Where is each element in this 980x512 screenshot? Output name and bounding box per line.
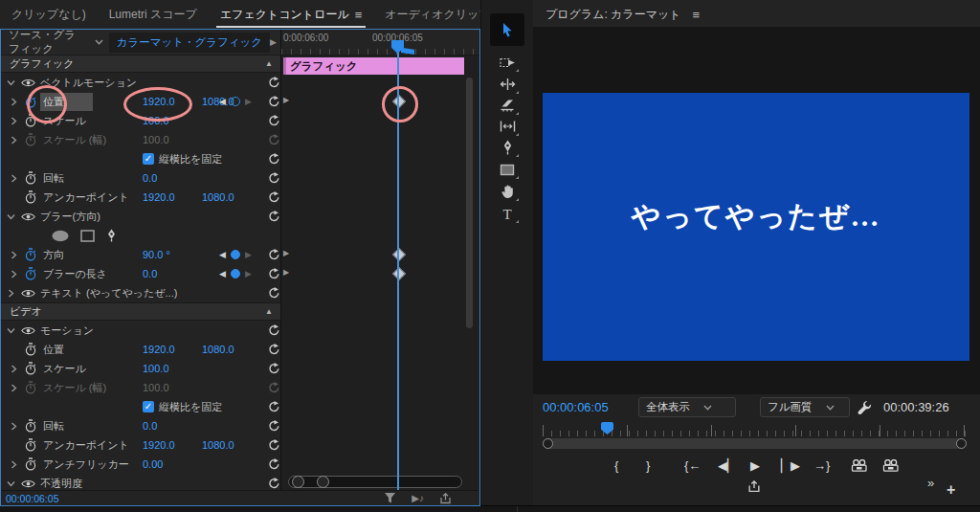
stopwatch-icon[interactable]	[22, 171, 39, 185]
chevron-right-icon[interactable]	[9, 136, 19, 145]
chevron-right-icon[interactable]	[9, 251, 19, 259]
export-frame-button[interactable]	[851, 456, 868, 475]
reset-icon[interactable]	[268, 401, 280, 412]
program-current-timecode[interactable]: 00:00:06:05	[543, 400, 609, 414]
hand-tool[interactable]	[495, 181, 520, 202]
chevron-right-icon[interactable]	[9, 270, 19, 278]
play-audio-icon[interactable]: ▶♪	[412, 493, 424, 503]
type-tool[interactable]: T	[495, 203, 520, 224]
playback-quality-select[interactable]: フル画質	[760, 397, 850, 417]
value-field[interactable]: 100.0	[143, 134, 202, 145]
prev-keyframe-icon[interactable]: ◀	[219, 251, 226, 259]
rect-shape-icon[interactable]	[80, 230, 95, 242]
prev-keyframe-icon[interactable]: ◀	[219, 98, 226, 106]
reset-icon[interactable]	[268, 191, 280, 203]
button-editor-add-icon[interactable]: +	[947, 481, 955, 499]
panel-menu-icon[interactable]: ≡	[692, 8, 700, 22]
step-forward-button[interactable]: ▏▶	[781, 456, 800, 475]
reset-icon[interactable]	[268, 344, 280, 355]
timeline-zoom-scrollbar[interactable]	[288, 476, 462, 488]
compare-view-button[interactable]	[882, 456, 900, 475]
mark-out-button[interactable]: }	[646, 456, 650, 475]
add-keyframe-icon[interactable]	[231, 269, 240, 278]
value-field[interactable]: 90.0 °	[143, 249, 202, 260]
export-icon[interactable]	[439, 493, 452, 504]
keyframe-diamond[interactable]	[392, 95, 406, 108]
value-field[interactable]: 1920.0	[143, 96, 202, 107]
reset-icon[interactable]	[268, 382, 280, 393]
chevron-right-icon[interactable]	[9, 384, 19, 392]
keyframe-diamond[interactable]	[392, 267, 406, 280]
zoom-handle-left[interactable]	[543, 438, 553, 449]
go-to-in-button[interactable]: {←	[684, 456, 701, 475]
value-field[interactable]: 1920.0	[143, 439, 202, 451]
tab-effect-controls[interactable]: エフェクトコントロール≡	[209, 1, 373, 29]
keyframe-diamond[interactable]	[392, 248, 406, 261]
chevron-down-icon[interactable]	[6, 480, 16, 487]
tab-panel[interactable]: クリップなし)	[0, 1, 98, 29]
keyframe-timeline-ruler[interactable]: 0:00:06:00 00:00:06:05	[281, 30, 479, 56]
value-field[interactable]: 1080.0	[202, 191, 261, 203]
value-field[interactable]: 1080.0	[202, 439, 261, 451]
stopwatch-icon[interactable]	[22, 267, 39, 280]
selection-tool[interactable]	[490, 13, 524, 46]
chevron-right-icon[interactable]	[9, 98, 19, 106]
value-field[interactable]: 100.0	[143, 363, 202, 374]
stopwatch-icon[interactable]	[22, 362, 39, 375]
stopwatch-icon[interactable]	[22, 381, 39, 394]
zoom-handle-right[interactable]	[317, 476, 329, 488]
mark-in-button[interactable]: {	[614, 456, 618, 475]
step-back-button[interactable]: ◀▏	[718, 456, 737, 475]
reset-icon[interactable]	[268, 420, 280, 432]
chevron-right-icon[interactable]	[9, 365, 19, 373]
uniform-scale-checkbox[interactable]: ✓	[143, 153, 154, 165]
uniform-scale-checkbox[interactable]: ✓	[143, 401, 154, 412]
zoom-level-select[interactable]: 全体表示	[638, 397, 736, 417]
current-timecode[interactable]: 00:00:06:05	[6, 493, 58, 504]
add-keyframe-icon[interactable]	[231, 97, 240, 106]
reset-icon[interactable]	[268, 134, 280, 145]
stopwatch-icon[interactable]	[22, 248, 39, 261]
zoom-handle-right[interactable]	[956, 438, 967, 449]
tab-panel[interactable]: Lumetri スコープ	[98, 1, 209, 29]
reset-icon[interactable]	[268, 115, 280, 126]
chevron-right-icon[interactable]	[6, 289, 16, 298]
go-to-out-button[interactable]: →}	[813, 456, 830, 475]
value-field[interactable]: 0.0	[143, 172, 202, 184]
chevron-down-icon[interactable]	[6, 327, 16, 334]
collapse-icon[interactable]: ▲	[265, 307, 273, 316]
graphic-clip-segment[interactable]: グラフィック	[283, 57, 464, 75]
filter-funnel-icon[interactable]	[385, 493, 396, 503]
next-keyframe-icon[interactable]: ▶	[245, 98, 252, 106]
stopwatch-icon[interactable]	[22, 438, 39, 452]
pen-tool[interactable]	[495, 137, 520, 158]
playhead-line[interactable]	[397, 42, 399, 490]
chevron-right-icon[interactable]	[9, 422, 19, 431]
panel-expand-icon[interactable]: ▶	[270, 37, 277, 47]
value-field[interactable]: 0.0	[143, 420, 202, 432]
zoom-handle-left[interactable]	[292, 476, 304, 488]
value-field[interactable]: 0.00	[143, 458, 202, 470]
panel-menu-icon[interactable]: ≡	[355, 8, 363, 22]
reset-icon[interactable]	[268, 478, 280, 489]
more-buttons-icon[interactable]: »	[927, 476, 934, 490]
chevron-right-icon[interactable]	[9, 460, 19, 469]
chevron-right-icon[interactable]	[9, 117, 19, 125]
value-field[interactable]: 100.0	[143, 382, 202, 393]
reset-icon[interactable]	[268, 249, 280, 260]
add-keyframe-icon[interactable]	[231, 250, 240, 259]
stopwatch-icon[interactable]	[22, 343, 39, 356]
keyframe-timeline[interactable]: 0:00:06:00 00:00:06:05 グラフィック ▶▶▶	[280, 30, 479, 490]
value-field[interactable]: 1920.0	[143, 191, 202, 203]
reset-icon[interactable]	[268, 458, 280, 470]
prev-keyframe-icon[interactable]: ◀	[219, 270, 226, 278]
next-keyframe-icon[interactable]: ▶	[245, 251, 252, 259]
reset-icon[interactable]	[268, 363, 280, 374]
eye-icon[interactable]	[19, 326, 36, 335]
chevron-down-icon[interactable]	[6, 79, 16, 86]
chevron-down-icon[interactable]	[6, 213, 16, 220]
stopwatch-icon[interactable]	[22, 419, 39, 433]
value-field[interactable]: 100.0	[143, 115, 202, 126]
reset-icon[interactable]	[268, 153, 280, 165]
program-zoom-scrollbar[interactable]	[543, 438, 967, 449]
